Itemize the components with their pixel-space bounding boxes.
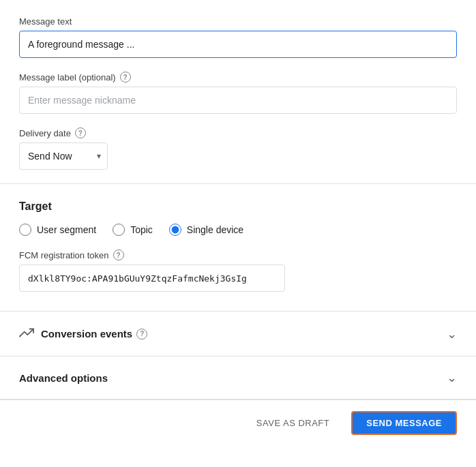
delivery-date-help-icon[interactable]: ? [75, 127, 86, 138]
send-message-button[interactable]: SEND MESSAGE [351, 411, 457, 435]
message-text-section: Message text Message label (optional) ? … [0, 0, 476, 184]
topic-radio[interactable] [113, 224, 125, 236]
main-container: Message text Message label (optional) ? … [0, 0, 476, 446]
delivery-date-label-text: Delivery date [19, 128, 71, 138]
conversion-events-header[interactable]: Conversion events ? ⌄ [19, 312, 457, 356]
fcm-token-input[interactable] [19, 265, 285, 292]
message-text-label-text: Message text [19, 16, 72, 27]
conversion-events-help-icon[interactable]: ? [136, 329, 147, 340]
message-label-label: Message label (optional) ? [19, 72, 457, 82]
advanced-options-collapse-icon: ⌄ [447, 370, 457, 385]
delivery-date-select[interactable]: Send Now [19, 142, 108, 170]
user-segment-label: User segment [37, 224, 96, 235]
delivery-date-dropdown-wrapper: Send Now ▾ [19, 142, 108, 170]
message-text-field-group: Message text [19, 16, 457, 58]
advanced-options-section: Advanced options ⌄ [0, 357, 476, 400]
target-radio-group: User segment Topic Single device [19, 224, 457, 236]
conversion-events-collapse-icon: ⌄ [447, 327, 457, 342]
delivery-date-field-group: Delivery date ? Send Now ▾ [19, 127, 457, 170]
fcm-token-field-group: FCM registration token ? [19, 250, 457, 292]
message-label-input[interactable] [19, 87, 457, 114]
message-label-field-group: Message label (optional) ? [19, 72, 457, 114]
advanced-options-title: Advanced options [19, 372, 108, 384]
single-device-radio[interactable] [169, 224, 181, 236]
message-label-label-text: Message label (optional) [19, 72, 116, 82]
user-segment-option[interactable]: User segment [19, 224, 96, 236]
single-device-label: Single device [187, 224, 243, 235]
conversion-events-section: Conversion events ? ⌄ [0, 312, 476, 357]
target-title: Target [19, 200, 457, 213]
fcm-token-help-icon[interactable]: ? [113, 250, 124, 260]
message-text-label: Message text [19, 16, 457, 27]
conversion-events-title-text: Conversion events [41, 328, 132, 340]
conversion-events-icon [19, 325, 34, 342]
conversion-events-title: Conversion events ? [41, 328, 147, 340]
topic-label: Topic [130, 224, 153, 235]
topic-option[interactable]: Topic [113, 224, 153, 236]
message-label-help-icon[interactable]: ? [120, 72, 131, 82]
advanced-options-left: Advanced options [19, 372, 108, 384]
conversion-events-left: Conversion events ? [19, 325, 147, 342]
save-draft-button[interactable]: SAVE AS DRAFT [246, 412, 340, 434]
advanced-options-header[interactable]: Advanced options ⌄ [19, 357, 457, 399]
target-section: Target User segment Topic Single device … [0, 184, 476, 312]
delivery-date-label: Delivery date ? [19, 127, 457, 138]
single-device-option[interactable]: Single device [169, 224, 243, 236]
user-segment-radio[interactable] [19, 224, 31, 236]
message-text-input[interactable] [19, 31, 457, 58]
fcm-token-label: FCM registration token ? [19, 250, 457, 260]
fcm-token-label-text: FCM registration token [19, 250, 109, 260]
footer-bar: SAVE AS DRAFT SEND MESSAGE [0, 400, 476, 446]
